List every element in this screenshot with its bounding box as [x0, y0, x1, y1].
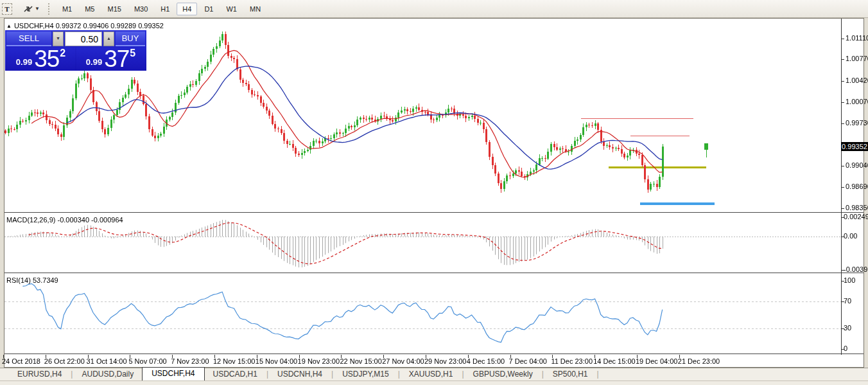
one-click-trading-panel: SELL ▼ ▲ BUY 0.99 35 2 0.99 37 5: [5, 30, 146, 71]
status-strip: [0, 381, 868, 385]
time-axis-label: 29 Nov 23:00: [424, 357, 466, 365]
rsi-name: RSI(14): [6, 276, 31, 284]
buy-button[interactable]: BUY: [116, 31, 145, 46]
sell-price-prefix: 0.99: [16, 57, 32, 67]
sell-button[interactable]: SELL: [6, 31, 51, 46]
tab-usdcnh-h4[interactable]: USDCNH,H4: [269, 368, 331, 381]
tab-audusd-daily[interactable]: AUDUSD,Daily: [73, 368, 142, 381]
chart-symbol: USDCHF,H4: [14, 22, 54, 30]
timeframe-m1-button[interactable]: M1: [56, 3, 78, 15]
time-axis-label: 12 Nov 15:00: [213, 357, 255, 365]
toolbar-grip: [48, 3, 51, 15]
buy-price[interactable]: 0.99 37 5: [76, 48, 145, 71]
price-axis-tick-label: 1.01110: [846, 34, 868, 42]
rsi-indicator-label: RSI(14) 53.7349: [6, 276, 58, 284]
sell-price-big: 35: [34, 48, 59, 69]
timeframe-w1-button[interactable]: W1: [220, 3, 243, 15]
chart-ohlc-values: 0.99372 0.99406 0.99289 0.99352: [56, 22, 164, 30]
current-price-label: 0.99352: [841, 142, 868, 151]
macd-axis-tick-label: -0.003913: [844, 265, 868, 273]
price-axis-tick-label: 1.00420: [846, 76, 868, 84]
rsi-axis-tick-label: 70: [844, 297, 851, 305]
time-axis-label: 5 Nov 07:00: [128, 357, 166, 365]
tab-separator: |: [596, 370, 600, 381]
macd-values: -0.000340 -0.000964: [57, 216, 123, 224]
price-axis-tick-label: 0.98350: [846, 204, 868, 211]
time-axis-label: 7 Dec 04:00: [509, 357, 547, 365]
new-order-arrows-icon[interactable]: ▼: [21, 3, 42, 15]
tab-usdjpy-m15[interactable]: USDJPY,M15: [334, 368, 397, 381]
collapse-panel-icon[interactable]: ▲: [6, 23, 12, 29]
rsi-axis-tick-label: 0: [844, 345, 847, 352]
timeframe-mn-button[interactable]: MN: [244, 3, 266, 15]
sell-price-pip: 2: [60, 48, 65, 59]
time-axis-label: 27 Nov 04:00: [382, 357, 424, 365]
time-axis-label: 19 Nov 23:00: [298, 357, 340, 365]
time-axis-label: 21 Dec 23:00: [678, 357, 720, 365]
macd-axis-tick-label: 0.002492: [844, 213, 868, 220]
tab-usdchf-h4[interactable]: USDCHF,H4: [142, 367, 204, 381]
toolbar: T ▼ M1 M5 M15 M30 H1 H4 D1 W1 MN: [0, 0, 868, 18]
time-axis-label: 22 Nov 15:00: [340, 357, 381, 365]
timeframe-d1-button[interactable]: D1: [198, 3, 219, 15]
timeframe-h4-button[interactable]: H4: [177, 3, 197, 15]
time-axis-label: 14 Dec 15:00: [593, 357, 635, 365]
macd-name: MACD(12,26,9): [6, 216, 55, 224]
macd-indicator-label: MACD(12,26,9) -0.000340 -0.000964: [6, 216, 123, 224]
volume-increase-button[interactable]: ▲: [103, 31, 114, 46]
macd-axis-tick-label: 0.00: [844, 232, 857, 240]
tab-gbpusd-weekly[interactable]: GBPUSD,Weekly: [465, 368, 541, 381]
volume-decrease-button[interactable]: ▼: [53, 31, 64, 46]
price-axis-tick-label: 1.00070: [846, 98, 868, 105]
timeframe-m5-button[interactable]: M5: [79, 3, 100, 15]
time-axis-label: 19 Dec 04:00: [636, 357, 677, 365]
chart-tab-bar: EURUSD,H4 | AUDUSD,Daily USDCHF,H4 USDCA…: [0, 368, 868, 381]
text-tool-icon[interactable]: T: [2, 3, 12, 15]
buy-price-pip: 5: [130, 48, 135, 59]
mt4-terminal-window: { "toolbar": { "text_tool": "T", "timefr…: [0, 0, 868, 385]
rsi-axis-tick-label: 100: [844, 276, 855, 284]
price-axis-tick-label: 0.98690: [846, 183, 868, 190]
price-axis-tick-label: 0.99730: [846, 119, 868, 127]
sell-price[interactable]: 0.99 35 2: [6, 48, 75, 71]
time-axis-label: 7 Nov 23:00: [171, 357, 209, 365]
time-axis-label: 26 Oct 22:00: [44, 357, 85, 365]
price-axis-tick-label: 0.99040: [846, 161, 868, 169]
time-axis-label: 24 Oct 2018: [2, 357, 40, 365]
tab-sp500-h1[interactable]: SP500,H1: [544, 368, 596, 381]
time-axis-label: 4 Dec 15:00: [467, 357, 505, 365]
buy-price-prefix: 0.99: [86, 57, 102, 67]
rsi-value: 53.7349: [33, 276, 58, 284]
timeframe-h1-button[interactable]: H1: [155, 3, 175, 15]
rsi-axis-tick-label: 30: [844, 324, 851, 332]
time-axis-label: 31 Oct 14:00: [87, 357, 127, 365]
volume-input[interactable]: [65, 31, 102, 46]
buy-price-big: 37: [104, 48, 129, 69]
tab-usdcad-h1[interactable]: USDCAD,H1: [205, 368, 266, 381]
dropdown-caret-icon[interactable]: ▼: [35, 6, 40, 12]
time-axis-label: 15 Nov 04:00: [256, 357, 297, 365]
time-axis-label: 11 Dec 23:00: [551, 357, 593, 365]
price-axis-tick-label: 1.00770: [846, 55, 868, 62]
chart-title: ▲USDCHF,H4 0.99372 0.99406 0.99289 0.993…: [6, 22, 164, 30]
tab-xauusd-h1[interactable]: XAUUSD,H1: [401, 368, 462, 381]
tab-eurusd-h4[interactable]: EURUSD,H4: [9, 368, 70, 381]
timeframe-m30-button[interactable]: M30: [128, 3, 153, 15]
swap-arrows-icon: [23, 4, 33, 13]
timeframe-m15-button[interactable]: M15: [101, 3, 126, 15]
